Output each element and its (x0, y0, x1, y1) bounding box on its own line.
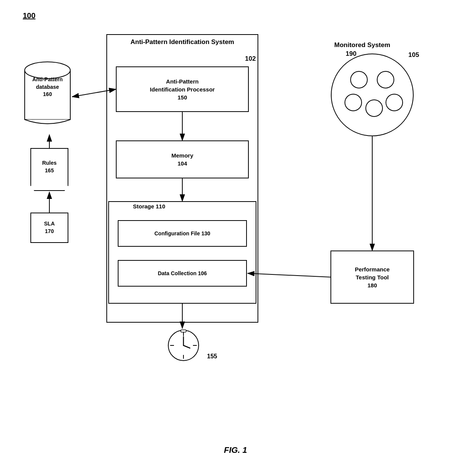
svg-point-4 (377, 71, 394, 88)
svg-point-7 (386, 94, 403, 111)
data-collection-box: Data Collection 106 (118, 260, 247, 287)
perf-tool-label: PerformanceTesting Tool180 (355, 265, 390, 289)
data-collection-label: Data Collection 106 (158, 270, 207, 276)
config-file-box: Configuration File 130 (118, 220, 247, 247)
rules-box-bottom (30, 185, 68, 191)
svg-point-6 (366, 100, 382, 117)
svg-line-25 (248, 273, 330, 277)
ref-155: 155 (207, 353, 217, 360)
memory-box: Memory104 (116, 140, 249, 178)
ref-100: 100 (23, 11, 35, 20)
ref-102: 102 (245, 55, 256, 63)
monitored-system-label: Monitored System (334, 41, 390, 49)
monitored-ellipse (330, 49, 414, 138)
sla-box: SLA170 (30, 213, 68, 243)
storage-title: Storage 110 (133, 203, 165, 210)
main-system-title: Anti-Pattern Identification System (118, 38, 247, 46)
database-label: Anti-Patterndatabase160 (15, 76, 80, 98)
svg-rect-15 (181, 330, 186, 332)
sla-label: SLA170 (44, 220, 55, 235)
config-file-label: Configuration File 130 (154, 230, 210, 236)
processor-box: Anti-PatternIdentification Processor150 (116, 66, 249, 112)
svg-point-3 (351, 71, 367, 88)
clock-icon (166, 328, 201, 364)
svg-point-5 (345, 94, 362, 111)
perf-tool-box: PerformanceTesting Tool180 (330, 251, 414, 304)
figure-label: FIG. 1 (0, 445, 471, 455)
svg-point-2 (331, 54, 413, 136)
storage-box (108, 201, 256, 304)
diagram-container: 100 Anti-Pattern Identification System 1… (0, 0, 471, 476)
rules-label: Rules165 (42, 159, 57, 174)
processor-label: Anti-PatternIdentification Processor150 (150, 77, 215, 101)
memory-label: Memory104 (171, 151, 193, 167)
rules-box: Rules165 (30, 148, 68, 186)
